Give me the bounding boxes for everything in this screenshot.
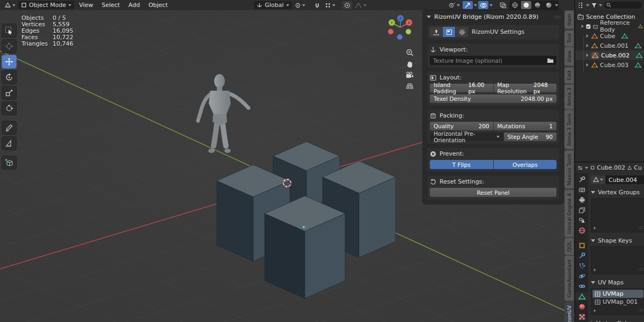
shading-material-button[interactable]: [532, 1, 543, 9]
tab-texture-properties[interactable]: [576, 313, 587, 321]
tab-render-properties[interactable]: [576, 186, 587, 194]
tab-modifier-properties[interactable]: [576, 252, 587, 260]
expand-triangle-icon[interactable]: [594, 268, 596, 272]
tab-view-layer-properties[interactable]: [576, 206, 587, 214]
tab-view[interactable]: View: [565, 47, 574, 66]
tab-unreal-engine-4[interactable]: Unreal Engine 4: [565, 190, 574, 237]
pre-orientation-dropdown[interactable]: Horizontal Pre-Orientation: [430, 133, 503, 141]
overlaps-button[interactable]: Overlaps: [494, 160, 557, 169]
menu-select[interactable]: Select: [98, 2, 123, 9]
vertex-groups-panel-header[interactable]: Vertex Groups: [591, 188, 644, 196]
tool-move[interactable]: [2, 55, 17, 69]
expand-triangle-icon[interactable]: [594, 226, 596, 230]
proportional-editing-toggle[interactable]: [342, 1, 352, 9]
mesh-datablock-selector[interactable]: Cube.004: [591, 175, 644, 184]
vertex-groups-list[interactable]: ∷∷: [591, 198, 644, 232]
tab-constraint-properties[interactable]: [576, 282, 587, 290]
expand-triangle-icon[interactable]: [586, 54, 588, 57]
breadcrumb-object[interactable]: Cube.002: [597, 164, 625, 171]
resize-grip-icon[interactable]: ∷∷: [639, 309, 643, 313]
collapse-triangle-icon[interactable]: [427, 16, 431, 18]
mode-dropdown[interactable]: Object Mode: [18, 1, 74, 9]
gizmo-x-neg[interactable]: [388, 29, 393, 34]
tool-add-cube[interactable]: [2, 156, 17, 170]
tool-cursor[interactable]: [2, 39, 17, 53]
cube-front[interactable]: [265, 196, 345, 298]
tab-qol[interactable]: QOL: [565, 238, 574, 255]
tool-select-box[interactable]: [2, 24, 17, 38]
tab-edit[interactable]: Edit: [565, 67, 574, 83]
gizmo-y-neg[interactable]: [406, 29, 411, 34]
expand-triangle-icon[interactable]: [594, 309, 596, 312]
menu-add[interactable]: Add: [125, 2, 143, 9]
navigation-gizmo[interactable]: Z Y X: [386, 14, 414, 41]
tab-arma3[interactable]: Arma 3: [565, 84, 574, 109]
outliner-row-cube-001[interactable]: Cube.001: [575, 41, 644, 50]
camera-view-button[interactable]: [404, 70, 415, 80]
tab-object-data-properties[interactable]: [575, 292, 588, 301]
expand-triangle-icon[interactable]: [581, 25, 583, 28]
texel-density-slider[interactable]: Texel Density2048.00 px: [430, 94, 557, 103]
shape-keys-panel-header[interactable]: Shape Keys: [591, 237, 644, 244]
outliner-editor-icon[interactable]: [577, 2, 584, 9]
shading-solid-button[interactable]: [521, 1, 531, 9]
falloff-dropdown[interactable]: [353, 1, 368, 9]
properties-editor-icon[interactable]: [577, 165, 583, 171]
tab-scene-properties[interactable]: [576, 216, 587, 224]
tab-output-properties[interactable]: [576, 196, 587, 204]
show-gizmo-dropdown[interactable]: [447, 1, 462, 9]
outliner-row-cube-003[interactable]: Cube.003: [575, 60, 644, 70]
uv-map-row[interactable]: UVMap_001: [592, 298, 643, 306]
map-resolution-slider[interactable]: Map Resolution2048 px: [494, 84, 557, 92]
checkbox-checked-icon[interactable]: [586, 24, 591, 30]
island-padding-slider[interactable]: Island Padding16.00 px: [430, 84, 493, 92]
perspective-toggle-button[interactable]: [404, 80, 415, 91]
filter-icon[interactable]: [591, 2, 597, 9]
menu-object[interactable]: Object: [145, 2, 172, 9]
tab-object-properties[interactable]: [576, 241, 587, 250]
tab-arma3-tools[interactable]: Arma 3 Tools: [565, 110, 574, 149]
editor-type-selector[interactable]: [3, 1, 17, 9]
gizmos-toggle[interactable]: [463, 1, 473, 9]
snap-toggle[interactable]: [312, 1, 322, 9]
transform-orientation-dropdown[interactable]: Global: [254, 1, 291, 9]
reset-panel-button[interactable]: Reset Panel: [430, 188, 557, 197]
outliner-row-reference-body[interactable]: Reference Body: [575, 21, 644, 31]
step-angle-slider[interactable]: Step Angle90: [504, 133, 557, 141]
pivot-point-dropdown[interactable]: [293, 1, 307, 9]
tool-measure[interactable]: [2, 136, 17, 150]
tool-scale[interactable]: [2, 86, 17, 100]
shading-wireframe-button[interactable]: [510, 1, 520, 9]
export-button[interactable]: [430, 27, 442, 37]
bridge-active-toggle[interactable]: [443, 27, 455, 37]
resize-grip-icon[interactable]: ∷∷: [639, 226, 643, 230]
settings-button[interactable]: [456, 27, 468, 37]
tab-tool[interactable]: Tool: [565, 30, 574, 46]
tab-tool-properties[interactable]: [576, 175, 587, 184]
tab-item[interactable]: Item: [565, 11, 574, 29]
zoom-button[interactable]: [404, 47, 415, 58]
mutations-slider[interactable]: Mutations1: [494, 122, 557, 130]
menu-view[interactable]: View: [75, 2, 97, 9]
tab-rizomuv[interactable]: RizomUV: [565, 302, 574, 322]
tool-annotate[interactable]: [2, 121, 17, 135]
expand-triangle-icon[interactable]: [586, 63, 588, 67]
tab-particle-properties[interactable]: [576, 262, 587, 270]
folder-icon[interactable]: [547, 57, 554, 63]
quality-slider[interactable]: Quality200: [430, 122, 493, 130]
shading-rendered-button[interactable]: [544, 1, 554, 9]
tab-gameassistant[interactable]: GameAssistant: [565, 256, 574, 301]
drag-grip-icon[interactable]: ∷∷: [555, 14, 560, 20]
xray-toggle[interactable]: [498, 1, 508, 9]
tab-physics-properties[interactable]: [576, 272, 587, 280]
tab-world-properties[interactable]: [576, 226, 587, 235]
expand-triangle-icon[interactable]: [586, 44, 588, 47]
snap-target-dropdown[interactable]: [323, 1, 337, 9]
outliner-search-input[interactable]: [604, 2, 642, 9]
resize-grip-icon[interactable]: ∷∷: [639, 268, 643, 272]
uv-map-row-selected[interactable]: UVMap: [592, 290, 643, 298]
tab-maxivz-tools[interactable]: Maxivz Tools: [565, 150, 574, 188]
uv-maps-panel-header[interactable]: UV Maps: [591, 279, 644, 286]
texture-image-input[interactable]: [430, 57, 547, 64]
outliner-row-cube-002-selected[interactable]: Cube.002: [575, 50, 644, 60]
